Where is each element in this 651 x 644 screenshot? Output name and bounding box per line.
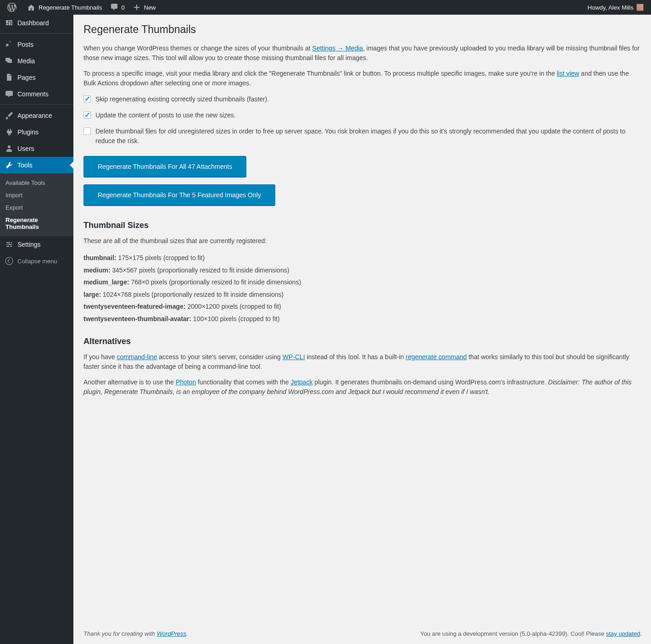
collapse-icon xyxy=(5,256,14,266)
sub-export[interactable]: Export xyxy=(0,201,73,214)
menu-pages[interactable]: Pages xyxy=(0,69,73,86)
wordpress-icon xyxy=(7,3,17,12)
wp-logo[interactable] xyxy=(4,0,23,15)
account-link[interactable]: Howdy, Alex Mills xyxy=(584,0,647,15)
update-label[interactable]: Update the content of posts to use the n… xyxy=(95,111,236,120)
menu-media[interactable]: Media xyxy=(0,53,73,69)
alternatives-heading: Alternatives xyxy=(83,337,642,346)
skip-checkbox[interactable] xyxy=(83,95,91,103)
home-icon xyxy=(27,3,36,12)
thumbnail-sizes-heading: Thumbnail Sizes xyxy=(83,221,642,230)
site-name: Regenerate Thumbnails xyxy=(39,4,102,11)
menu-tools[interactable]: Tools xyxy=(0,157,73,173)
regenerate-command-link[interactable]: regenerate command xyxy=(406,353,467,361)
size-row: twentyseventeen-featured-image: 2000×120… xyxy=(83,300,642,313)
comments-link[interactable]: 0 xyxy=(106,0,128,15)
page-icon xyxy=(5,73,14,82)
skip-label[interactable]: Skip regenerating existing correctly siz… xyxy=(95,94,269,104)
menu-dashboard[interactable]: Dashboard xyxy=(0,15,73,31)
size-row: medium: 345×567 pixels (proportionally r… xyxy=(83,264,642,277)
delete-checkbox[interactable] xyxy=(83,128,91,135)
wordpress-link[interactable]: WordPress xyxy=(157,630,186,637)
delete-label[interactable]: Delete thumbnail files for old unregiste… xyxy=(95,127,642,146)
intro-paragraph-1: When you change WordPress themes or chan… xyxy=(83,44,642,63)
brush-icon xyxy=(5,111,14,120)
menu-posts[interactable]: Posts xyxy=(0,36,73,53)
footer-right: You are using a development version (5.0… xyxy=(420,630,642,637)
command-line-link[interactable]: command-line xyxy=(117,353,157,361)
sizes-list: thumbnail: 175×175 pixels (cropped to fi… xyxy=(83,252,642,325)
list-view-link[interactable]: list view xyxy=(556,70,579,77)
collapse-menu[interactable]: Collapse menu xyxy=(0,253,73,269)
settings-media-link[interactable]: Settings → Media xyxy=(312,44,363,52)
intro-paragraph-2: To process a specific image, visit your … xyxy=(83,69,642,88)
users-icon xyxy=(5,144,14,153)
sub-import[interactable]: Import xyxy=(0,189,73,201)
plus-icon xyxy=(132,3,141,12)
tools-submenu: Available Tools Import Export Regenerate… xyxy=(0,173,73,236)
settings-icon xyxy=(5,240,14,249)
site-name-link[interactable]: Regenerate Thumbnails xyxy=(23,0,106,15)
footer-left: Thank you for creating with WordPress. xyxy=(83,630,188,637)
jetpack-link[interactable]: Jetpack xyxy=(290,378,312,386)
svg-point-0 xyxy=(6,257,13,265)
stay-updated-link[interactable]: stay updated xyxy=(606,630,640,637)
size-row: thumbnail: 175×175 pixels (cropped to fi… xyxy=(83,252,642,264)
comments-count: 0 xyxy=(122,4,125,11)
regenerate-featured-button[interactable]: Regenerate Thumbnails For The 5 Featured… xyxy=(83,184,275,205)
plugin-icon xyxy=(5,128,14,137)
photon-link[interactable]: Photon xyxy=(176,378,196,386)
size-row: medium_large: 768×0 pixels (proportional… xyxy=(83,276,642,289)
new-label: New xyxy=(144,4,156,11)
tools-icon xyxy=(5,161,14,170)
new-content-link[interactable]: New xyxy=(128,0,160,15)
menu-settings[interactable]: Settings xyxy=(0,236,73,253)
media-icon xyxy=(5,56,14,66)
alt-paragraph-2: Another alternative is to use the Photon… xyxy=(83,378,642,397)
menu-appearance[interactable]: Appearance xyxy=(0,107,73,124)
menu-users[interactable]: Users xyxy=(0,140,73,157)
dashboard-icon xyxy=(5,18,14,28)
avatar xyxy=(636,4,644,11)
alt-paragraph-1: If you have command-line access to your … xyxy=(83,352,642,372)
sub-regenerate-thumbnails[interactable]: Regenerate Thumbnails xyxy=(0,214,73,233)
size-row: twentyseventeen-thumbnail-avatar: 100×10… xyxy=(83,313,642,325)
howdy-text: Howdy, Alex Mills xyxy=(588,4,634,11)
menu-plugins[interactable]: Plugins xyxy=(0,124,73,140)
wp-cli-link[interactable]: WP-CLI xyxy=(283,353,305,361)
pin-icon xyxy=(5,40,14,49)
update-checkbox[interactable] xyxy=(83,111,91,119)
comment-icon xyxy=(110,3,119,12)
size-row: large: 1024×768 pixels (proportionally r… xyxy=(83,289,642,301)
menu-comments[interactable]: Comments xyxy=(0,86,73,102)
page-title: Regenerate Thumbnails xyxy=(83,19,642,38)
sizes-intro: These are all of the thumbnail sizes tha… xyxy=(83,236,642,246)
comments-icon xyxy=(5,89,14,99)
sub-available-tools[interactable]: Available Tools xyxy=(0,177,73,189)
regenerate-all-button[interactable]: Regenerate Thumbnails For All 47 Attachm… xyxy=(83,156,246,177)
